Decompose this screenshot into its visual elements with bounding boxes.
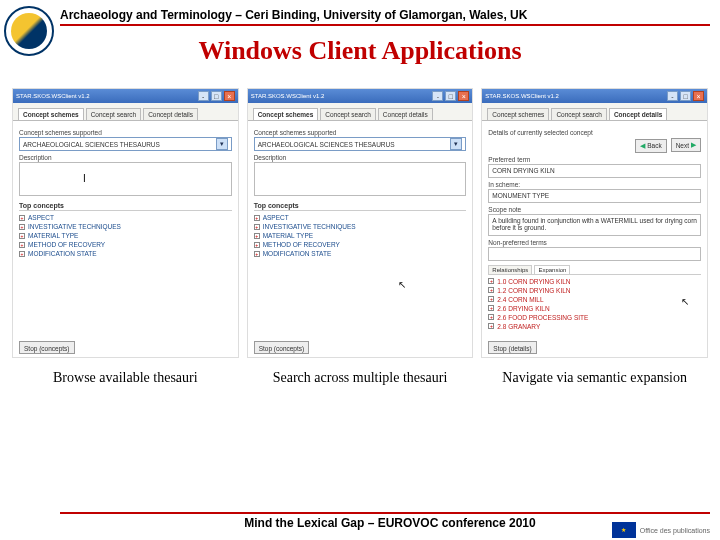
window-title: STAR.SKOS.WSClient v1.2 xyxy=(16,93,90,99)
list-item[interactable]: +METHOD OF RECOVERY xyxy=(254,240,467,249)
screenshot-row: STAR.SKOS.WSClient v1.2 - □ × Concept sc… xyxy=(12,88,708,358)
caption-3: Navigate via semantic expansion xyxy=(481,370,708,386)
expansion-list: +1.0 CORN DRYING KILN +1.2 CORN DRYING K… xyxy=(488,277,701,331)
list-item[interactable]: +MODIFICATION STATE xyxy=(254,249,467,258)
screenshot-1: STAR.SKOS.WSClient v1.2 - □ × Concept sc… xyxy=(12,88,239,358)
description-box[interactable] xyxy=(254,162,467,196)
list-item[interactable]: +MATERIAL TYPE xyxy=(254,231,467,240)
section-label: Concept schemes supported xyxy=(254,129,467,136)
bottom-bar: Stop (concepts) xyxy=(254,341,467,354)
caption-row: Browse available thesauri Search across … xyxy=(12,370,708,386)
section-label: Details of currently selected concept xyxy=(488,129,701,136)
arrow-right-icon: ▶ xyxy=(691,141,696,149)
window-title: STAR.SKOS.WSClient v1.2 xyxy=(485,93,559,99)
list-item[interactable]: +2.6 FOOD PROCESSING SITE xyxy=(488,313,701,322)
scheme-label: In scheme: xyxy=(488,181,701,188)
stop-button[interactable]: Stop (concepts) xyxy=(254,341,310,354)
bottom-bar: Stop (concepts) xyxy=(19,341,232,354)
expand-icon: + xyxy=(488,287,494,293)
expand-icon: + xyxy=(19,233,25,239)
slide: Archaeology and Terminology – Ceri Bindi… xyxy=(0,0,720,540)
panel: Concept schemes supported ARCHAEOLOGICAL… xyxy=(13,121,238,263)
notes-label: Scope note xyxy=(488,206,701,213)
top-concepts-label: Top concepts xyxy=(254,202,467,211)
top-concepts-list: +ASPECT +INVESTIGATIVE TECHNIQUES +MATER… xyxy=(254,213,467,258)
arrow-left-icon: ◀ xyxy=(640,142,645,150)
tab-schemes[interactable]: Concept schemes xyxy=(253,108,319,120)
scheme-combo[interactable]: ARCHAEOLOGICAL SCIENCES THESAURUS ▾ xyxy=(19,137,232,151)
window-titlebar: STAR.SKOS.WSClient v1.2 - □ × xyxy=(482,89,707,103)
stop-button[interactable]: Stop (details) xyxy=(488,341,536,354)
next-button[interactable]: Next▶ xyxy=(671,138,701,152)
list-item[interactable]: +2.8 GRANARY xyxy=(488,322,701,331)
list-item[interactable]: +2.4 CORN MILL xyxy=(488,295,701,304)
scheme-value[interactable]: MONUMENT TYPE xyxy=(488,189,701,203)
caption-1: Browse available thesauri xyxy=(12,370,239,386)
maximize-icon[interactable]: □ xyxy=(211,91,222,101)
back-button[interactable]: ◀Back xyxy=(635,139,666,153)
expand-icon: + xyxy=(19,224,25,230)
tab-details[interactable]: Concept details xyxy=(143,108,198,120)
top-concepts-list: +ASPECT +INVESTIGATIVE TECHNIQUES +MATER… xyxy=(19,213,232,258)
nonpref-box[interactable] xyxy=(488,247,701,261)
list-item[interactable]: +1.0 CORN DRYING KILN xyxy=(488,277,701,286)
combo-value: ARCHAEOLOGICAL SCIENCES THESAURUS xyxy=(23,141,160,148)
expand-icon: + xyxy=(488,278,494,284)
screenshot-2: STAR.SKOS.WSClient v1.2 - □ × Concept sc… xyxy=(247,88,474,358)
expand-icon: + xyxy=(254,242,260,248)
expand-icon: + xyxy=(488,305,494,311)
maximize-icon[interactable]: □ xyxy=(445,91,456,101)
maximize-icon[interactable]: □ xyxy=(680,91,691,101)
list-item[interactable]: +MODIFICATION STATE xyxy=(19,249,232,258)
minimize-icon[interactable]: - xyxy=(432,91,443,101)
list-item[interactable]: +ASPECT xyxy=(254,213,467,222)
subtab-expansion[interactable]: Expansion xyxy=(534,265,570,274)
tab-schemes[interactable]: Concept schemes xyxy=(18,108,84,120)
header: Archaeology and Terminology – Ceri Bindi… xyxy=(60,8,710,26)
subtab-relationships[interactable]: Relationships xyxy=(488,265,532,274)
expand-icon: + xyxy=(254,233,260,239)
notes-value[interactable]: A building found in conjunction with a W… xyxy=(488,214,701,236)
preferred-value[interactable]: CORN DRYING KILN xyxy=(488,164,701,178)
expand-icon: + xyxy=(488,323,494,329)
text-cursor-icon: I xyxy=(83,173,86,184)
tab-search[interactable]: Concept search xyxy=(86,108,142,120)
tab-search[interactable]: Concept search xyxy=(320,108,376,120)
screenshot-3: STAR.SKOS.WSClient v1.2 - □ × Concept sc… xyxy=(481,88,708,358)
nav-row: ◀Back Next▶ xyxy=(488,138,701,153)
mouse-cursor-icon: ↖ xyxy=(398,279,406,290)
minimize-icon[interactable]: - xyxy=(667,91,678,101)
tab-details[interactable]: Concept details xyxy=(378,108,433,120)
eu-flag-icon xyxy=(612,522,636,538)
panel: Details of currently selected concept ◀B… xyxy=(482,121,707,336)
chevron-down-icon: ▾ xyxy=(216,138,228,150)
list-item[interactable]: +1.2 CORN DRYING KILN xyxy=(488,286,701,295)
list-item[interactable]: +METHOD OF RECOVERY xyxy=(19,240,232,249)
close-icon[interactable]: × xyxy=(458,91,469,101)
combo-value: ARCHAEOLOGICAL SCIENCES THESAURUS xyxy=(258,141,395,148)
tab-details[interactable]: Concept details xyxy=(609,108,667,120)
list-item[interactable]: +INVESTIGATIVE TECHNIQUES xyxy=(19,222,232,231)
expand-icon: + xyxy=(488,314,494,320)
section-label: Concept schemes supported xyxy=(19,129,232,136)
publisher-text: Office des publications xyxy=(640,527,710,534)
expand-icon: + xyxy=(488,296,494,302)
list-item[interactable]: +2.6 DRYING KILN xyxy=(488,304,701,313)
tab-search[interactable]: Concept search xyxy=(551,108,607,120)
list-item[interactable]: +MATERIAL TYPE xyxy=(19,231,232,240)
close-icon[interactable]: × xyxy=(693,91,704,101)
stop-button[interactable]: Stop (concepts) xyxy=(19,341,75,354)
scheme-combo[interactable]: ARCHAEOLOGICAL SCIENCES THESAURUS ▾ xyxy=(254,137,467,151)
list-item[interactable]: +ASPECT xyxy=(19,213,232,222)
tab-schemes[interactable]: Concept schemes xyxy=(487,108,549,120)
nonpref-label: Non-preferred terms xyxy=(488,239,701,246)
tab-strip: Concept schemes Concept search Concept d… xyxy=(482,103,707,121)
footer-rule xyxy=(60,512,710,514)
list-item[interactable]: +INVESTIGATIVE TECHNIQUES xyxy=(254,222,467,231)
sub-tab-strip: Relationships Expansion xyxy=(488,265,701,275)
chevron-down-icon: ▾ xyxy=(450,138,462,150)
description-box[interactable]: I xyxy=(19,162,232,196)
expand-icon: + xyxy=(19,242,25,248)
close-icon[interactable]: × xyxy=(224,91,235,101)
minimize-icon[interactable]: - xyxy=(198,91,209,101)
